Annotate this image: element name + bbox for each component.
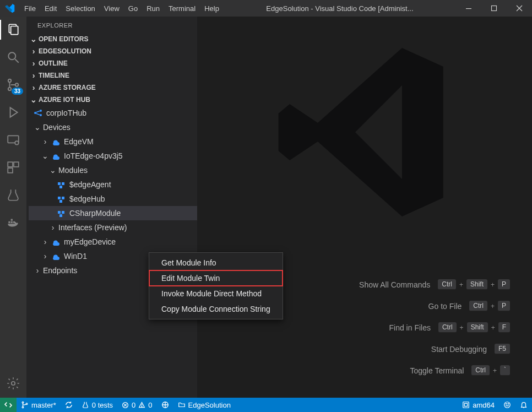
section-timeline[interactable]: ›TIMELINE [26,69,197,82]
title-bar: File Edit Selection View Go Run Terminal… [0,0,532,17]
svg-rect-30 [62,211,64,214]
menu-view[interactable]: View [100,4,124,13]
minimize-button[interactable] [456,0,481,17]
svg-point-8 [15,83,18,86]
settings-gear-icon[interactable] [6,376,21,391]
svg-rect-29 [58,211,61,214]
ctx-edit-module-twin[interactable]: Edit Module Twin [149,270,283,286]
tree-devices[interactable]: ⌄Devices [29,120,197,134]
shortcut-label: Go to File [379,302,462,311]
svg-point-33 [22,406,24,408]
device-edge-icon [51,237,61,247]
menu-edit[interactable]: Edit [40,4,61,13]
ctx-copy-conn-string[interactable]: Copy Module Connection String [149,301,283,317]
window-controls [456,0,532,17]
svg-rect-17 [13,221,15,223]
svg-point-4 [8,52,15,59]
chevron-down-icon: ⌄ [41,151,50,160]
maximize-button[interactable] [481,0,507,17]
key: Ctrl [471,365,490,376]
menu-run[interactable]: Run [142,4,164,13]
tree-interfaces[interactable]: ›Interfaces (Preview) [29,220,197,235]
tree-edgehub[interactable]: $edgeHub [29,192,197,206]
tree-csharpmodule[interactable]: CSharpModule [29,206,197,220]
sync-button[interactable] [61,398,77,412]
section-edgesolution[interactable]: ›EDGESOLUTION [26,45,197,57]
tree-edgevm[interactable]: ›EdgeVM [29,134,197,149]
svg-line-5 [15,59,19,63]
tree-modules[interactable]: ⌄Modules [29,163,197,177]
tree-edgeagent[interactable]: $edgeAgent [29,177,197,192]
section-open-editors[interactable]: ⌄OPEN EDITORS [26,33,197,45]
vscode-logo-icon [4,3,15,14]
chevron-right-icon: › [30,59,37,68]
remote-indicator[interactable] [0,398,17,412]
git-branch[interactable]: master* [17,398,61,412]
chevron-right-icon: › [41,252,50,261]
tree-iotedge[interactable]: ⌄IoTEdge-o4pv3j5 [29,149,197,163]
testing-icon[interactable] [6,187,21,203]
close-button[interactable] [507,0,532,17]
chevron-right-icon: › [30,83,37,92]
chevron-right-icon: › [41,137,50,146]
shortcut-row: Find in Files Ctrl+Shift+F [348,322,510,333]
chevron-down-icon: ⌄ [30,95,37,104]
menu-help[interactable]: Help [200,4,224,13]
shortcut-label: Find in Files [348,323,431,332]
arch-indicator[interactable]: amd64 [458,398,499,412]
live-share[interactable] [157,398,173,412]
svg-marker-9 [10,107,18,117]
remote-explorer-icon[interactable] [6,132,21,148]
svg-rect-26 [58,197,61,199]
window-title: EdgeSolution - Visual Studio Code [Admin… [224,4,456,13]
module-icon [56,180,66,189]
svg-point-22 [40,114,42,116]
chevron-right-icon: › [33,266,42,275]
svg-rect-40 [465,403,468,406]
key: P [498,279,510,290]
svg-point-11 [15,141,19,145]
docker-icon[interactable] [6,215,21,230]
svg-rect-27 [62,197,64,199]
svg-rect-28 [59,200,62,203]
shortcut-row: Toggle Terminal Ctrl+` [381,365,510,376]
tree-myedgedevice[interactable]: ›myEdgeDevice [29,235,197,249]
menu-file[interactable]: File [20,4,40,13]
tests-status[interactable]: 0 tests [77,398,117,412]
svg-rect-3 [11,26,18,35]
svg-point-43 [508,404,508,404]
vscode-watermark-icon [271,39,458,226]
menu-terminal[interactable]: Terminal [164,4,200,13]
explorer-icon[interactable] [6,22,21,37]
menu-selection[interactable]: Selection [61,4,99,13]
ctx-get-module-info[interactable]: Get Module Info [149,255,283,270]
search-icon[interactable] [6,50,21,65]
folder-indicator[interactable]: EdgeSolution [173,398,235,412]
feedback-icon[interactable] [499,398,515,412]
svg-rect-15 [8,221,10,223]
chevron-right-icon: › [48,223,57,232]
section-azure-iot-hub[interactable]: ⌄AZURE IOT HUB [26,94,197,106]
menu-go[interactable]: Go [124,4,142,13]
svg-rect-25 [59,186,62,188]
run-debug-icon[interactable] [6,105,21,120]
chevron-down-icon: ⌄ [33,123,42,132]
svg-rect-0 [466,8,471,9]
svg-rect-31 [59,214,62,217]
svg-rect-16 [11,221,13,223]
ctx-invoke-direct-method[interactable]: Invoke Module Direct Method [149,286,283,301]
shortcut-row: Start Debugging F5 [404,344,510,354]
section-outline[interactable]: ›OUTLINE [26,57,197,69]
section-azure-storage[interactable]: ›AZURE STORAGE [26,82,197,94]
notifications-icon[interactable] [515,398,532,412]
key: ` [500,365,510,376]
svg-rect-24 [62,182,64,185]
svg-point-41 [504,402,511,408]
svg-rect-14 [8,168,13,173]
shortcut-row: Show All Commands Ctrl+Shift+P [348,279,510,290]
extensions-icon[interactable] [6,160,21,175]
scm-badge: 33 [12,88,23,95]
tree-hub[interactable]: corpIoTHub [29,106,197,120]
problems-status[interactable]: 0 0 [117,398,156,412]
source-control-icon[interactable]: 33 [6,77,21,93]
